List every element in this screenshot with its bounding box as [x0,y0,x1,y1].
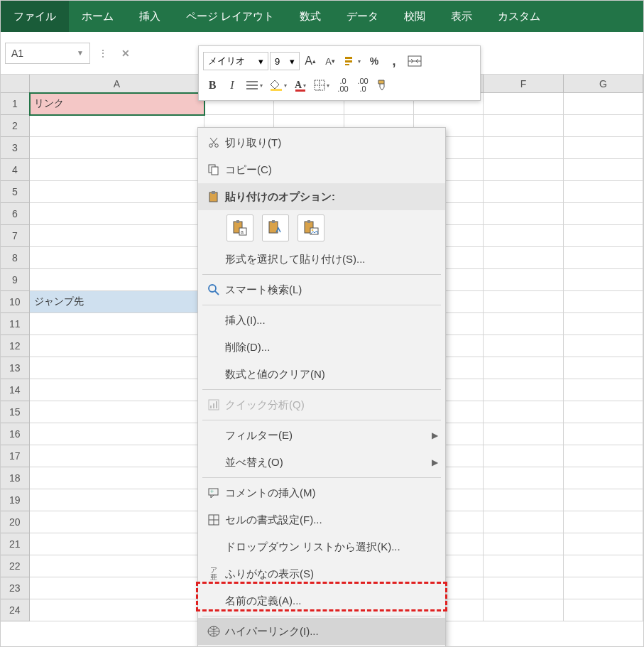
row-header[interactable]: 7 [1,225,30,247]
row-header[interactable]: 18 [1,467,30,489]
ribbon-tab-file[interactable]: ファイル [1,1,69,32]
cell[interactable] [564,115,643,137]
cell[interactable] [564,599,643,621]
cell[interactable] [30,577,204,599]
cell[interactable] [30,269,204,291]
cell[interactable] [484,489,563,511]
cell[interactable] [484,467,563,489]
accounting-format-icon[interactable]: ▾ [341,52,364,70]
cell[interactable] [30,137,204,159]
context-menu-format-cells[interactable]: セルの書式設定(F)... [198,506,445,533]
ribbon-tab-insert[interactable]: 挿入 [126,1,173,32]
cell[interactable] [484,577,563,599]
cell[interactable] [30,313,204,335]
cell[interactable] [30,247,204,269]
cell[interactable] [564,247,643,269]
cell[interactable] [30,159,204,181]
cell[interactable] [484,335,563,357]
cell[interactable] [484,269,563,291]
cell[interactable] [30,467,204,489]
cell[interactable] [564,203,643,225]
cell[interactable] [484,247,563,269]
cell[interactable] [484,225,563,247]
fill-color-icon[interactable]: ▾ [267,76,290,94]
comma-icon[interactable]: , [385,52,403,70]
context-menu-paste-special[interactable]: 形式を選択して貼り付け(S)... [198,246,445,273]
paste-option-picture[interactable] [298,214,324,241]
cancel-icon[interactable]: ✕ [116,43,136,63]
cell[interactable] [564,313,643,335]
cell[interactable] [484,159,563,181]
row-header[interactable]: 23 [1,577,30,599]
ribbon-tab-data[interactable]: データ [334,1,391,32]
increase-font-icon[interactable]: A▴ [301,52,320,70]
context-menu-dropdown-select[interactable]: ドロップダウン リストから選択(K)... [198,533,445,560]
context-menu-define-name[interactable]: 名前の定義(A)... [198,587,445,614]
cell[interactable] [30,357,204,379]
decrease-font-icon[interactable]: A▾ [321,52,339,70]
row-header[interactable]: 14 [1,379,30,401]
cell[interactable] [564,93,643,115]
cell[interactable] [564,379,643,401]
context-menu-sort[interactable]: 並べ替え(O) ▶ [198,449,445,476]
cell[interactable] [484,533,563,555]
row-header[interactable]: 19 [1,489,30,511]
cell[interactable] [484,181,563,203]
cell[interactable] [484,445,563,467]
context-menu-smart-lookup[interactable]: スマート検索(L) [198,276,445,303]
row-header[interactable]: 21 [1,533,30,555]
context-menu-hyperlink[interactable]: ハイパーリンク(I)... [198,618,445,645]
cell[interactable] [564,401,643,423]
percent-icon[interactable]: % [365,52,383,70]
name-box[interactable]: A1 ▼ [5,43,90,64]
cell[interactable] [484,357,563,379]
cell[interactable] [564,335,643,357]
cell[interactable]: リンク [30,93,204,115]
row-header[interactable]: 9 [1,269,30,291]
cell[interactable] [30,181,204,203]
ribbon-tab-view[interactable]: 表示 [438,1,485,32]
ribbon-tab-custom[interactable]: カスタム [485,1,553,32]
cell[interactable] [30,445,204,467]
cell[interactable] [484,203,563,225]
row-header[interactable]: 13 [1,357,30,379]
row-header[interactable]: 4 [1,159,30,181]
cell[interactable] [30,599,204,621]
column-header-f[interactable]: F [484,75,563,92]
cell[interactable] [484,115,563,137]
context-menu-copy[interactable]: コピー(C) [198,156,445,183]
cell[interactable] [484,313,563,335]
context-menu-delete[interactable]: 削除(D)... [198,334,445,361]
cell[interactable] [564,533,643,555]
cell[interactable] [30,115,204,137]
cell[interactable] [30,423,204,445]
cell[interactable] [484,137,563,159]
cell[interactable] [30,203,204,225]
cell[interactable] [30,555,204,577]
cell[interactable]: ジャンプ先 [30,291,204,313]
row-header[interactable]: 17 [1,445,30,467]
row-header[interactable]: 10 [1,291,30,313]
ribbon-tab-home[interactable]: ホーム [69,1,126,32]
row-header[interactable]: 16 [1,423,30,445]
context-menu-insert[interactable]: 挿入(I)... [198,307,445,334]
cell[interactable] [30,401,204,423]
cell[interactable] [564,489,643,511]
cell[interactable] [484,599,563,621]
borders-icon[interactable]: ▾ [311,76,332,94]
context-menu-filter[interactable]: フィルター(E) ▶ [198,422,445,449]
cell[interactable] [564,555,643,577]
row-header[interactable]: 12 [1,335,30,357]
paste-option-default[interactable]: a [227,214,253,241]
context-menu-cut[interactable]: 切り取り(T) [198,129,445,156]
ribbon-tab-formulas[interactable]: 数式 [287,1,334,32]
select-all-corner[interactable] [1,75,30,92]
cell[interactable] [564,357,643,379]
decrease-decimal-icon[interactable]: .00.0 [354,76,372,94]
context-menu-furigana[interactable]: ア亜 ふりがなの表示(S) [198,560,445,587]
cell[interactable] [564,269,643,291]
cell[interactable] [30,335,204,357]
merge-center-icon[interactable] [405,52,425,70]
cell[interactable] [30,511,204,533]
column-header-g[interactable]: G [564,75,643,92]
